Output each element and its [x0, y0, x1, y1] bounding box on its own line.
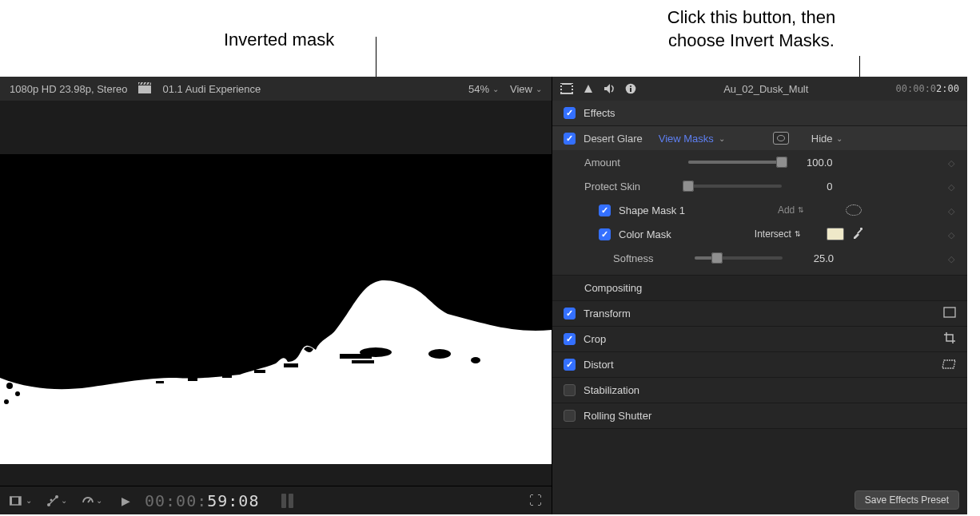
transform-checkbox[interactable]: [564, 308, 576, 320]
param-amount: Amount 100.0: [552, 150, 967, 174]
effects-checkbox[interactable]: [564, 107, 576, 119]
shape-mask-add-menu[interactable]: Add⇅: [770, 203, 812, 217]
viewer-pane: 1080p HD 23.98p, Stereo 01.1 Audi Experi…: [0, 77, 552, 514]
effect-desert-glare: Desert Glare View Masks ⌄ Hide⌄ Amount: [552, 126, 967, 276]
transform-section[interactable]: Transform: [552, 301, 967, 327]
protect-skin-value[interactable]: 0: [790, 181, 838, 193]
app-window: 1080p HD 23.98p, Stereo 01.1 Audi Experi…: [0, 77, 967, 514]
svg-rect-16: [156, 381, 164, 383]
svg-rect-32: [560, 90, 562, 92]
svg-rect-42: [860, 228, 862, 230]
amount-value[interactable]: 100.0: [790, 157, 838, 169]
svg-point-17: [6, 383, 13, 389]
svg-rect-29: [562, 85, 572, 93]
viewer-header: 1080p HD 23.98p, Stereo 01.1 Audi Experi…: [0, 77, 552, 101]
info-inspector-tab[interactable]: [625, 83, 636, 94]
clip-name: 01.1 Audi Experience: [162, 83, 261, 95]
shape-mask-icon[interactable]: [846, 204, 862, 216]
callout-invert-masks: Click this button, then choose Invert Ma…: [615, 6, 887, 52]
audio-inspector-tab[interactable]: [604, 83, 615, 94]
keyframe-icon[interactable]: [946, 252, 956, 264]
audio-meter: [281, 494, 293, 508]
svg-point-18: [15, 391, 20, 396]
inspector-pane: Au_02_Dusk_Mult 00:00:02:00 Effects Dese…: [552, 77, 967, 514]
svg-rect-31: [560, 87, 562, 89]
play-button[interactable]: ▶: [122, 494, 130, 507]
distort-checkbox[interactable]: [564, 359, 576, 371]
stabilization-section[interactable]: Stabilization: [552, 378, 967, 403]
distort-section[interactable]: Distort: [552, 352, 967, 378]
hide-menu[interactable]: Hide⌄: [811, 133, 843, 145]
color-mask-checkbox[interactable]: [599, 228, 611, 240]
keyframe-icon[interactable]: [946, 157, 956, 169]
svg-marker-44: [942, 360, 955, 368]
eyedropper-icon[interactable]: [852, 228, 863, 241]
svg-point-24: [47, 503, 50, 506]
svg-point-10: [428, 349, 451, 359]
chevron-down-icon: ⌄: [719, 134, 725, 143]
protect-skin-slider[interactable]: [688, 185, 782, 188]
crop-icon[interactable]: [943, 331, 956, 347]
clip-format: 1080p HD 23.98p, Stereo: [10, 83, 127, 95]
svg-rect-43: [944, 308, 955, 317]
keyframe-icon[interactable]: [946, 204, 956, 216]
crop-section[interactable]: Crop: [552, 327, 967, 352]
retiming-menu[interactable]: ⌄: [82, 494, 102, 507]
inspector-body: Effects Desert Glare View Masks ⌄ Hide⌄: [552, 101, 967, 514]
viewer-footer: ⌄ ⌄ ⌄ ▶ 00:00:59:08 ⛶: [0, 486, 552, 514]
distort-icon[interactable]: [942, 358, 956, 371]
keyframe-icon[interactable]: [946, 181, 956, 193]
rolling-shutter-section[interactable]: Rolling Shutter: [552, 403, 967, 429]
effect-header[interactable]: Desert Glare View Masks ⌄ Hide⌄: [552, 126, 967, 150]
clip-duration: 00:00:02:00: [896, 83, 959, 94]
svg-point-39: [630, 85, 631, 87]
color-inspector-tab[interactable]: [583, 83, 594, 94]
viewer-canvas[interactable]: [0, 154, 552, 464]
svg-rect-33: [572, 84, 573, 85]
color-mask-mode-menu[interactable]: Intersect⇅: [755, 228, 801, 240]
callout-inverted-mask: Inverted mask: [224, 29, 334, 52]
effect-enable-checkbox[interactable]: [564, 133, 576, 145]
save-effects-preset-button[interactable]: Save Effects Preset: [855, 490, 959, 510]
softness-slider[interactable]: [695, 256, 783, 260]
amount-slider[interactable]: [688, 161, 782, 164]
rolling-shutter-checkbox[interactable]: [564, 410, 576, 422]
clip-range-menu[interactable]: ⌄: [10, 495, 32, 506]
inspector-header: Au_02_Dusk_Mult 00:00:02:00: [552, 77, 967, 101]
svg-rect-35: [572, 90, 573, 92]
svg-rect-22: [18, 497, 21, 505]
chevron-down-icon: ⌄: [536, 85, 542, 93]
view-menu[interactable]: View⌄: [510, 83, 542, 95]
effect-name: Desert Glare: [584, 133, 643, 145]
transform-tool-menu[interactable]: ⌄: [46, 494, 67, 507]
keyframe-icon[interactable]: [946, 228, 956, 240]
svg-rect-21: [10, 497, 12, 505]
svg-rect-12: [284, 363, 298, 367]
transform-icon[interactable]: [943, 307, 956, 320]
video-inspector-tab[interactable]: [560, 83, 573, 94]
svg-rect-14: [222, 375, 232, 378]
svg-marker-36: [584, 85, 592, 93]
shape-mask-checkbox[interactable]: [599, 204, 611, 216]
svg-rect-13: [254, 370, 265, 373]
view-masks-menu[interactable]: View Masks ⌄: [659, 133, 725, 145]
effects-section[interactable]: Effects: [552, 101, 967, 126]
fullscreen-button[interactable]: ⛶: [529, 494, 542, 508]
svg-rect-8: [340, 354, 372, 359]
apply-effect-masks-button[interactable]: [773, 132, 789, 145]
softness-value[interactable]: 25.0: [791, 252, 839, 264]
param-color-mask: Color Mask Intersect⇅: [552, 222, 967, 246]
clip-title: Au_02_Dusk_Mult: [646, 83, 886, 95]
crop-checkbox[interactable]: [564, 333, 576, 345]
param-protect-skin: Protect Skin 0: [552, 174, 967, 198]
compositing-section[interactable]: Compositing: [552, 276, 967, 301]
svg-rect-15: [188, 378, 197, 381]
color-swatch[interactable]: [827, 228, 844, 240]
timecode-display[interactable]: 00:00:59:08: [145, 491, 259, 510]
stabilization-checkbox[interactable]: [564, 384, 576, 396]
param-softness: Softness 25.0: [552, 246, 967, 270]
svg-rect-34: [572, 87, 573, 89]
svg-point-25: [55, 495, 58, 498]
zoom-menu[interactable]: 54%⌄: [468, 83, 499, 95]
svg-point-19: [4, 399, 9, 404]
